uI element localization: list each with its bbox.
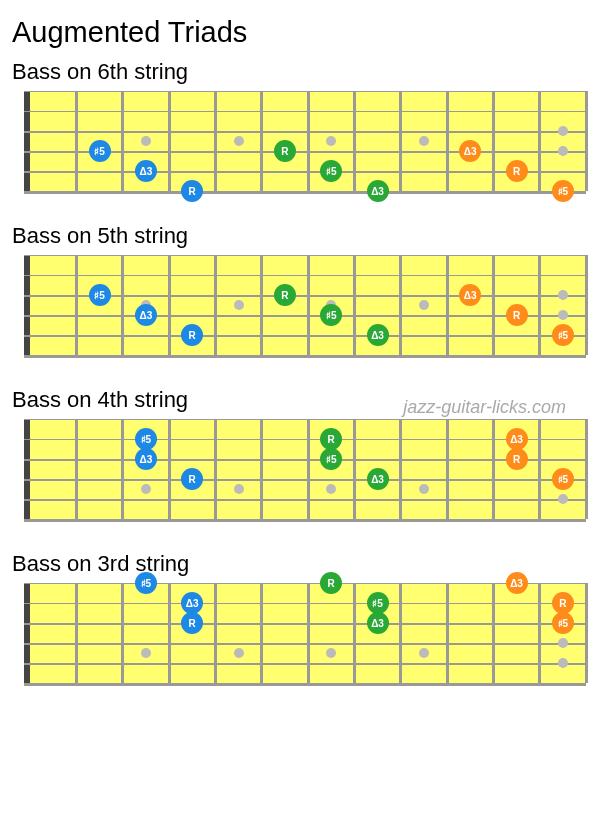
inlay-marker [558,658,568,668]
note-dot: Δ3 [135,304,157,326]
fret-wire [538,583,541,683]
string-line [24,171,586,173]
fretboard-diagram: ♯5Δ3RR♯5Δ3Δ3R♯5 [10,255,586,365]
note-dot: Δ3 [367,180,389,202]
fret-wire [168,91,171,191]
note-dot: Δ3 [135,448,157,470]
inlay-marker [558,146,568,156]
note-dot: R [320,428,342,450]
fret-wire [307,91,310,191]
fret-wire [214,419,217,519]
fret-wire [75,419,78,519]
fret-wire [446,255,449,355]
fret-wire [353,255,356,355]
fret-wire [260,583,263,683]
note-dot: ♯5 [552,612,574,634]
fret-wire [353,583,356,683]
inlay-marker [234,136,244,146]
nut [24,91,30,191]
note-dot: Δ3 [135,160,157,182]
string-line [24,439,586,440]
fret-wire [492,583,495,683]
note-dot: R [320,572,342,594]
note-dot: R [506,448,528,470]
fret-wire [399,583,402,683]
fret-wire [353,91,356,191]
string-line [24,131,586,133]
string-line [24,623,586,625]
note-dot: ♯5 [89,284,111,306]
fret-wire [585,419,588,519]
fret-wire [585,583,588,683]
fret-wire [260,419,263,519]
note-dot: R [552,592,574,614]
note-dot: ♯5 [320,160,342,182]
string-line [24,419,586,420]
string-line [24,643,586,645]
string-line [24,275,586,276]
inlay-marker [419,300,429,310]
string-line [24,315,586,317]
fret-wire [168,255,171,355]
inlay-marker [558,494,568,504]
fret-wire [399,419,402,519]
string-line [24,499,586,501]
fretboard-diagram: ♯5Δ3RR♯5Δ3Δ3R♯5 [10,583,586,693]
string-line [24,255,586,256]
note-dot: R [274,284,296,306]
note-dot: ♯5 [367,592,389,614]
nut [24,255,30,355]
note-dot: Δ3 [459,284,481,306]
diagram-subtitle: Bass on 6th string [12,59,586,85]
inlay-marker [234,300,244,310]
string-line [24,335,586,337]
fret-wire [399,255,402,355]
string-line [24,683,586,686]
note-dot: R [274,140,296,162]
fret-wire [538,255,541,355]
fret-wire [492,91,495,191]
fret-wire [353,419,356,519]
fret-wire [585,255,588,355]
fret-wire [75,583,78,683]
fret-wire [492,419,495,519]
note-dot: Δ3 [367,468,389,490]
note-dot: ♯5 [320,304,342,326]
fretboard-diagram: ♯5Δ3RR♯5Δ3Δ3R♯5 [10,91,586,201]
fret-wire [446,583,449,683]
note-dot: ♯5 [552,468,574,490]
fret-wire [214,91,217,191]
fret-wire [121,419,124,519]
fret-wire [307,583,310,683]
diagram-subtitle: Bass on 5th string [12,223,586,249]
fret-wire [585,91,588,191]
note-dot: ♯5 [320,448,342,470]
inlay-marker [419,136,429,146]
fret-wire [399,91,402,191]
fret-wire [446,91,449,191]
fret-wire [260,91,263,191]
fret-wire [214,583,217,683]
fret-wire [538,91,541,191]
nut [24,583,30,683]
note-dot: R [181,468,203,490]
fret-wire [260,255,263,355]
fret-wire [121,583,124,683]
string-line [24,191,586,194]
note-dot: R [181,612,203,634]
note-dot: ♯5 [89,140,111,162]
note-dot: Δ3 [459,140,481,162]
string-line [24,583,586,584]
fret-wire [168,419,171,519]
note-dot: R [506,160,528,182]
fret-wire [121,91,124,191]
inlay-marker [558,290,568,300]
fret-wire [75,255,78,355]
string-line [24,91,586,92]
fret-wire [75,91,78,191]
string-line [24,479,586,481]
fret-wire [538,419,541,519]
note-dot: ♯5 [552,180,574,202]
note-dot: Δ3 [506,572,528,594]
note-dot: R [506,304,528,326]
